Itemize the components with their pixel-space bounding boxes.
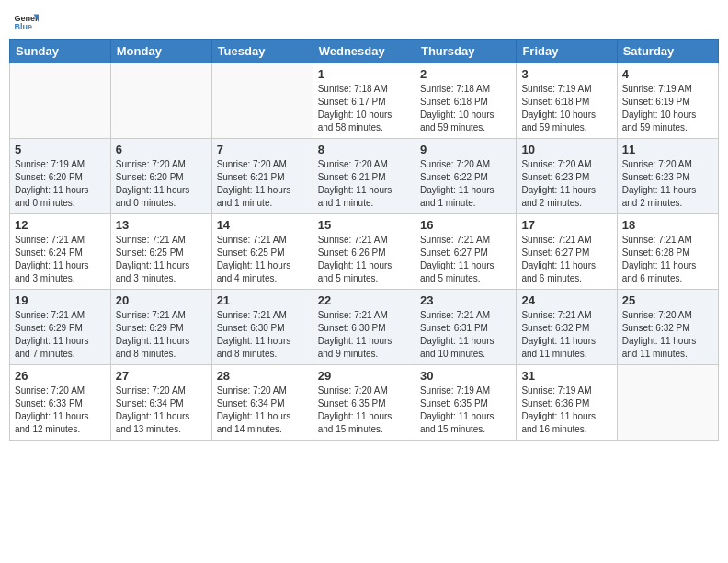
day-of-week-header: Sunday [10, 40, 111, 63]
day-number: 22 [318, 293, 410, 307]
day-number: 17 [521, 218, 611, 232]
calendar-cell: 8Sunrise: 7:20 AM Sunset: 6:21 PM Daylig… [313, 139, 415, 214]
calendar-week-row: 12Sunrise: 7:21 AM Sunset: 6:24 PM Dayli… [10, 214, 719, 290]
day-of-week-header: Saturday [617, 40, 718, 63]
day-of-week-header: Monday [110, 40, 211, 63]
day-number: 25 [622, 293, 713, 307]
day-of-week-header: Wednesday [313, 40, 415, 63]
day-number: 26 [15, 369, 106, 383]
day-info: Sunrise: 7:21 AM Sunset: 6:29 PM Dayligh… [116, 309, 207, 361]
day-number: 3 [521, 67, 611, 81]
calendar-header-row: SundayMondayTuesdayWednesdayThursdayFrid… [10, 40, 719, 63]
day-info: Sunrise: 7:21 AM Sunset: 6:32 PM Dayligh… [521, 309, 611, 361]
calendar-cell: 24Sunrise: 7:21 AM Sunset: 6:32 PM Dayli… [517, 290, 617, 365]
calendar-week-row: 1Sunrise: 7:18 AM Sunset: 6:17 PM Daylig… [10, 63, 719, 139]
calendar-week-row: 19Sunrise: 7:21 AM Sunset: 6:29 PM Dayli… [10, 290, 719, 365]
day-info: Sunrise: 7:20 AM Sunset: 6:20 PM Dayligh… [116, 158, 207, 210]
day-info: Sunrise: 7:20 AM Sunset: 6:23 PM Dayligh… [521, 158, 611, 210]
day-number: 16 [420, 218, 511, 232]
calendar-cell: 16Sunrise: 7:21 AM Sunset: 6:27 PM Dayli… [415, 214, 516, 290]
day-info: Sunrise: 7:18 AM Sunset: 6:18 PM Dayligh… [420, 83, 511, 134]
day-number: 8 [318, 143, 410, 156]
calendar-cell: 7Sunrise: 7:20 AM Sunset: 6:21 PM Daylig… [211, 139, 313, 214]
day-info: Sunrise: 7:21 AM Sunset: 6:27 PM Dayligh… [420, 234, 511, 285]
calendar-body: 1Sunrise: 7:18 AM Sunset: 6:17 PM Daylig… [10, 63, 719, 441]
day-number: 2 [420, 67, 511, 81]
day-number: 19 [15, 293, 106, 307]
day-info: Sunrise: 7:20 AM Sunset: 6:34 PM Dayligh… [116, 385, 207, 436]
calendar-cell: 5Sunrise: 7:19 AM Sunset: 6:20 PM Daylig… [10, 139, 111, 214]
calendar-cell: 6Sunrise: 7:20 AM Sunset: 6:20 PM Daylig… [110, 139, 211, 214]
day-number: 18 [622, 218, 713, 232]
calendar-table: SundayMondayTuesdayWednesdayThursdayFrid… [9, 39, 719, 441]
calendar-cell: 13Sunrise: 7:21 AM Sunset: 6:25 PM Dayli… [110, 214, 211, 290]
calendar-cell: 31Sunrise: 7:19 AM Sunset: 6:36 PM Dayli… [517, 365, 617, 441]
calendar-cell: 23Sunrise: 7:21 AM Sunset: 6:31 PM Dayli… [415, 290, 516, 365]
day-info: Sunrise: 7:20 AM Sunset: 6:34 PM Dayligh… [217, 385, 308, 436]
day-number: 29 [318, 369, 410, 383]
calendar-cell: 15Sunrise: 7:21 AM Sunset: 6:26 PM Dayli… [313, 214, 415, 290]
day-info: Sunrise: 7:18 AM Sunset: 6:17 PM Dayligh… [318, 83, 410, 134]
day-of-week-header: Friday [517, 40, 617, 63]
calendar-cell [211, 63, 313, 139]
day-info: Sunrise: 7:19 AM Sunset: 6:19 PM Dayligh… [622, 83, 713, 134]
logo: General Blue [13, 9, 39, 35]
day-info: Sunrise: 7:20 AM Sunset: 6:35 PM Dayligh… [318, 385, 410, 436]
day-number: 21 [217, 293, 308, 307]
day-number: 6 [116, 143, 207, 156]
calendar-week-row: 5Sunrise: 7:19 AM Sunset: 6:20 PM Daylig… [10, 139, 719, 214]
calendar-cell: 12Sunrise: 7:21 AM Sunset: 6:24 PM Dayli… [10, 214, 111, 290]
day-number: 10 [521, 143, 611, 156]
day-number: 11 [622, 143, 713, 156]
day-info: Sunrise: 7:20 AM Sunset: 6:21 PM Dayligh… [217, 158, 308, 210]
day-of-week-header: Tuesday [211, 40, 313, 63]
day-info: Sunrise: 7:19 AM Sunset: 6:35 PM Dayligh… [420, 385, 511, 436]
day-number: 20 [116, 293, 207, 307]
day-number: 5 [15, 143, 106, 156]
day-number: 30 [420, 369, 511, 383]
calendar-cell: 20Sunrise: 7:21 AM Sunset: 6:29 PM Dayli… [110, 290, 211, 365]
calendar-cell: 26Sunrise: 7:20 AM Sunset: 6:33 PM Dayli… [10, 365, 111, 441]
calendar-cell [10, 63, 111, 139]
day-info: Sunrise: 7:20 AM Sunset: 6:33 PM Dayligh… [15, 385, 106, 436]
calendar-cell: 10Sunrise: 7:20 AM Sunset: 6:23 PM Dayli… [517, 139, 617, 214]
calendar-cell: 25Sunrise: 7:20 AM Sunset: 6:32 PM Dayli… [617, 290, 718, 365]
day-number: 13 [116, 218, 207, 232]
calendar-cell: 22Sunrise: 7:21 AM Sunset: 6:30 PM Dayli… [313, 290, 415, 365]
day-info: Sunrise: 7:21 AM Sunset: 6:29 PM Dayligh… [15, 309, 106, 361]
day-number: 31 [521, 369, 611, 383]
calendar-week-row: 26Sunrise: 7:20 AM Sunset: 6:33 PM Dayli… [10, 365, 719, 441]
calendar-cell: 29Sunrise: 7:20 AM Sunset: 6:35 PM Dayli… [313, 365, 415, 441]
day-info: Sunrise: 7:19 AM Sunset: 6:20 PM Dayligh… [15, 158, 106, 210]
day-info: Sunrise: 7:21 AM Sunset: 6:27 PM Dayligh… [521, 234, 611, 285]
calendar-cell: 2Sunrise: 7:18 AM Sunset: 6:18 PM Daylig… [415, 63, 516, 139]
day-number: 7 [217, 143, 308, 156]
day-number: 14 [217, 218, 308, 232]
page-header: General Blue [9, 9, 719, 35]
calendar-cell [617, 365, 718, 441]
day-number: 4 [622, 67, 713, 81]
day-info: Sunrise: 7:20 AM Sunset: 6:22 PM Dayligh… [420, 158, 511, 210]
day-number: 9 [420, 143, 511, 156]
calendar-cell: 9Sunrise: 7:20 AM Sunset: 6:22 PM Daylig… [415, 139, 516, 214]
day-info: Sunrise: 7:19 AM Sunset: 6:36 PM Dayligh… [521, 385, 611, 436]
day-info: Sunrise: 7:21 AM Sunset: 6:25 PM Dayligh… [217, 234, 308, 285]
day-number: 12 [15, 218, 106, 232]
day-info: Sunrise: 7:20 AM Sunset: 6:32 PM Dayligh… [622, 309, 713, 361]
calendar-cell: 21Sunrise: 7:21 AM Sunset: 6:30 PM Dayli… [211, 290, 313, 365]
day-number: 28 [217, 369, 308, 383]
day-info: Sunrise: 7:21 AM Sunset: 6:24 PM Dayligh… [15, 234, 106, 285]
day-of-week-header: Thursday [415, 40, 516, 63]
day-number: 24 [521, 293, 611, 307]
calendar-cell [110, 63, 211, 139]
day-number: 1 [318, 67, 410, 81]
calendar-cell: 14Sunrise: 7:21 AM Sunset: 6:25 PM Dayli… [211, 214, 313, 290]
day-number: 27 [116, 369, 207, 383]
day-info: Sunrise: 7:21 AM Sunset: 6:31 PM Dayligh… [420, 309, 511, 361]
day-info: Sunrise: 7:21 AM Sunset: 6:26 PM Dayligh… [318, 234, 410, 285]
day-number: 15 [318, 218, 410, 232]
day-info: Sunrise: 7:20 AM Sunset: 6:21 PM Dayligh… [318, 158, 410, 210]
day-number: 23 [420, 293, 511, 307]
day-info: Sunrise: 7:21 AM Sunset: 6:28 PM Dayligh… [622, 234, 713, 285]
calendar-cell: 27Sunrise: 7:20 AM Sunset: 6:34 PM Dayli… [110, 365, 211, 441]
